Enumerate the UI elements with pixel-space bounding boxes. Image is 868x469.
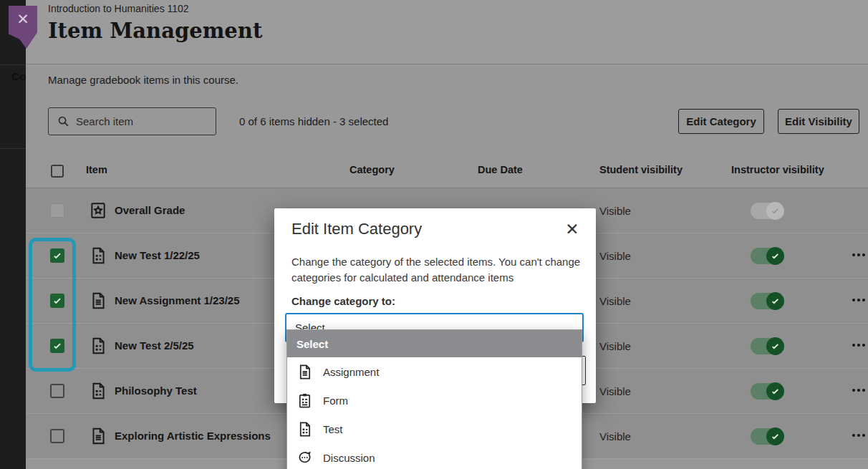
search-box[interactable] <box>48 107 216 135</box>
row-menu-icon[interactable] <box>852 344 865 347</box>
student-visibility-value: Visible <box>599 340 631 352</box>
table-header: Item Category Due Date Student visibilit… <box>26 154 868 188</box>
instructor-visibility-toggle[interactable] <box>751 383 783 400</box>
column-item: Item <box>86 164 107 175</box>
instructor-visibility-toggle[interactable] <box>751 293 783 309</box>
student-visibility-value: Visible <box>599 385 631 397</box>
page-title: Item Management <box>48 19 262 43</box>
row-checkbox[interactable] <box>50 429 64 443</box>
test-icon <box>89 337 107 355</box>
form-icon <box>296 392 313 409</box>
modal-title: Edit Item Category <box>291 220 422 238</box>
row-checkbox-disabled <box>50 203 64 218</box>
option-label: Discussion <box>323 452 375 464</box>
dropdown-option-form[interactable]: Form <box>287 386 582 415</box>
modal-description: Change the category of the selected item… <box>291 254 582 286</box>
row-checkbox-checked[interactable] <box>50 339 64 353</box>
student-visibility-value: Visible <box>599 205 631 217</box>
column-due-date: Due Date <box>478 164 523 175</box>
items-status-text: 0 of 6 items hidden - 3 selected <box>239 115 388 127</box>
item-name[interactable]: Overall Grade <box>115 204 185 216</box>
column-student-visibility: Student visibility <box>599 164 683 175</box>
instructor-visibility-toggle[interactable] <box>751 248 783 264</box>
overall-grade-icon <box>89 201 107 220</box>
edit-category-button[interactable]: Edit Category <box>678 109 764 134</box>
option-label: Form <box>323 395 348 407</box>
dropdown-option-assignment[interactable]: Assignment <box>287 357 582 386</box>
instructor-visibility-toggle[interactable] <box>751 338 783 354</box>
student-visibility-value: Visible <box>599 430 631 443</box>
row-checkbox-checked[interactable] <box>50 294 64 308</box>
item-name[interactable]: New Assignment 1/23/25 <box>115 294 240 306</box>
row-checkbox[interactable] <box>50 384 64 398</box>
page-subtitle: Manage gradebook items in this course. <box>48 74 238 86</box>
option-label: Test <box>323 423 343 435</box>
dropdown-option-select[interactable]: Select <box>287 330 582 357</box>
item-management-screen: Co ✕ Introduction to Humanities 1102 Ite… <box>0 0 868 469</box>
student-visibility-value: Visible <box>599 250 631 262</box>
row-menu-icon[interactable] <box>852 434 865 437</box>
test-icon <box>89 246 107 265</box>
dropdown-option-discussion[interactable]: Discussion <box>287 443 582 469</box>
collapsed-sidebar: Co <box>0 0 26 469</box>
close-icon[interactable]: ✕ <box>9 9 37 30</box>
modal-close-icon[interactable]: ✕ <box>563 220 582 238</box>
column-instructor-visibility: Instructor visibility <box>731 164 824 175</box>
item-name[interactable]: Exploring Artistic Expressions <box>115 430 271 442</box>
course-name: Introduction to Humanities 1102 <box>48 3 189 14</box>
row-menu-icon[interactable] <box>852 299 865 301</box>
instructor-visibility-toggle <box>751 203 783 219</box>
option-label: Assignment <box>323 366 379 378</box>
edit-visibility-button[interactable]: Edit Visibility <box>778 109 859 134</box>
sidebar-partial-label: Co <box>11 70 26 82</box>
item-name[interactable]: Philosophy Test <box>115 385 197 397</box>
row-checkbox-checked[interactable] <box>50 248 64 263</box>
row-menu-icon[interactable] <box>852 253 865 256</box>
student-visibility-value: Visible <box>599 295 631 307</box>
page-header: Introduction to Humanities 1102 Item Man… <box>26 0 868 64</box>
test-icon <box>296 421 313 437</box>
assignment-icon <box>296 364 313 380</box>
select-all-checkbox[interactable] <box>51 165 64 178</box>
column-category: Category <box>349 164 395 175</box>
sidebar-divider <box>0 64 26 65</box>
assignment-icon <box>89 291 107 310</box>
dropdown-option-test[interactable]: Test <box>287 415 582 443</box>
sidebar-divider <box>0 148 26 149</box>
instructor-visibility-toggle[interactable] <box>751 428 783 445</box>
item-name[interactable]: New Test 1/22/25 <box>115 249 200 261</box>
test-icon <box>89 382 107 400</box>
change-category-label: Change category to: <box>291 295 395 307</box>
search-input[interactable] <box>76 115 198 127</box>
discussion-icon <box>296 450 313 466</box>
row-menu-icon[interactable] <box>852 389 865 392</box>
item-name[interactable]: New Test 2/5/25 <box>115 339 194 352</box>
assignment-icon <box>89 427 107 445</box>
category-dropdown: Select Assignment Form Test Discussion <box>286 329 582 469</box>
search-icon <box>57 115 69 127</box>
